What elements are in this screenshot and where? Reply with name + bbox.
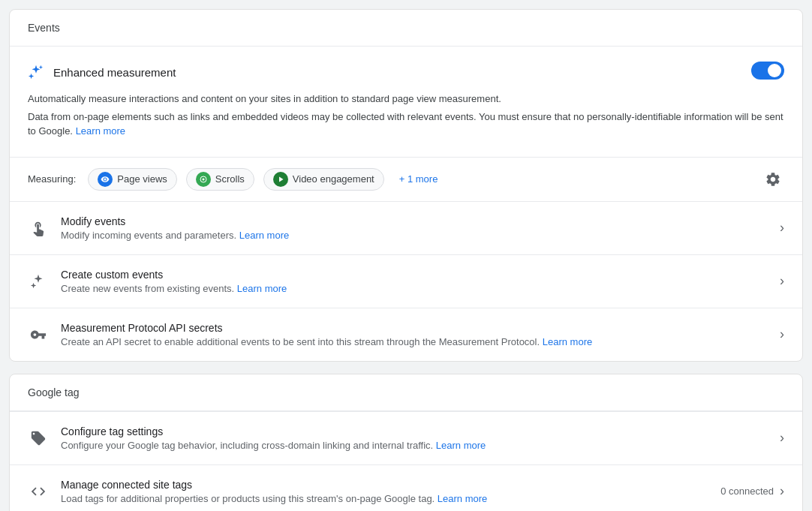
enhanced-learn-more-link[interactable]: Learn more bbox=[76, 125, 125, 137]
measurement-protocol-desc: Create an API secret to enable additiona… bbox=[61, 336, 768, 347]
sparkle-icon bbox=[28, 64, 44, 80]
modify-events-learn-more[interactable]: Learn more bbox=[239, 230, 289, 241]
measurement-protocol-right: › bbox=[780, 326, 784, 342]
custom-events-desc: Create new events from existing events. … bbox=[61, 283, 768, 294]
google-tag-header: Google tag bbox=[10, 374, 802, 411]
configure-tag-title: Configure tag settings bbox=[61, 425, 768, 437]
modify-events-content: Modify events Modify incoming events and… bbox=[61, 215, 768, 241]
scrolls-label: Scrolls bbox=[215, 173, 245, 185]
measurement-protocol-content: Measurement Protocol API secrets Create … bbox=[61, 322, 768, 347]
events-card: Events Enhanced measurement ✓ bbox=[9, 9, 803, 362]
configure-tag-content: Configure tag settings Configure your Go… bbox=[61, 425, 768, 451]
enhanced-toggle-wrapper: ✓ bbox=[751, 62, 784, 83]
configure-tag-desc: Configure your Google tag behavior, incl… bbox=[61, 440, 768, 451]
connected-tags-right: 0 connected › bbox=[720, 483, 784, 499]
measuring-settings-button[interactable] bbox=[762, 168, 784, 191]
configure-tag-learn-more[interactable]: Learn more bbox=[436, 440, 486, 451]
google-tag-card: Google tag Configure tag settings Config… bbox=[9, 374, 803, 512]
custom-events-title: Create custom events bbox=[61, 269, 768, 281]
configure-tag-right: › bbox=[780, 430, 784, 446]
connected-tags-content: Manage connected site tags Load tags for… bbox=[61, 479, 708, 504]
enhanced-description: Data from on-page elements such as links… bbox=[28, 110, 784, 139]
key-icon bbox=[28, 326, 49, 343]
measuring-row: Measuring: Page views Scroll bbox=[10, 158, 802, 201]
custom-events-content: Create custom events Create new events f… bbox=[61, 269, 768, 294]
svg-point-1 bbox=[202, 178, 204, 180]
modify-events-desc: Modify incoming events and parameters. L… bbox=[61, 230, 768, 241]
custom-events-item[interactable]: Create custom events Create new events f… bbox=[10, 254, 802, 308]
connected-tags-chevron: › bbox=[780, 483, 784, 499]
measuring-label: Measuring: bbox=[28, 173, 76, 185]
measurement-protocol-learn-more[interactable]: Learn more bbox=[543, 336, 592, 347]
scroll-icon bbox=[196, 172, 211, 187]
eye-icon bbox=[98, 172, 113, 187]
custom-events-right: › bbox=[780, 273, 784, 289]
main-container: Events Enhanced measurement ✓ bbox=[9, 9, 803, 511]
measurement-protocol-title: Measurement Protocol API secrets bbox=[61, 322, 768, 334]
modify-events-item[interactable]: Modify events Modify incoming events and… bbox=[10, 201, 802, 254]
modify-events-chevron: › bbox=[780, 220, 784, 236]
google-tag-title: Google tag bbox=[28, 386, 80, 398]
code-icon bbox=[28, 483, 49, 500]
connected-tags-desc: Load tags for additional properties or p… bbox=[61, 493, 708, 504]
enhanced-toggle[interactable]: ✓ bbox=[751, 62, 784, 80]
tag-icon bbox=[28, 430, 49, 446]
measurement-protocol-item[interactable]: Measurement Protocol API secrets Create … bbox=[10, 308, 802, 361]
modify-events-right: › bbox=[780, 220, 784, 236]
video-engagement-chip[interactable]: Video engagement bbox=[263, 168, 384, 191]
connected-tags-badge: 0 connected bbox=[720, 485, 774, 497]
configure-tag-chevron: › bbox=[780, 430, 784, 446]
scrolls-chip[interactable]: Scrolls bbox=[186, 168, 254, 191]
enhanced-title: Enhanced measurement bbox=[53, 66, 176, 79]
touch-icon bbox=[28, 220, 49, 236]
connected-tags-title: Manage connected site tags bbox=[61, 479, 708, 491]
enhanced-description-bold: Automatically measure interactions and c… bbox=[28, 92, 784, 107]
measurement-protocol-chevron: › bbox=[780, 326, 784, 342]
play-icon bbox=[273, 172, 288, 187]
page-views-chip[interactable]: Page views bbox=[88, 168, 176, 191]
connected-tags-item[interactable]: Manage connected site tags Load tags for… bbox=[10, 464, 802, 512]
more-chips-link[interactable]: + 1 more bbox=[393, 170, 444, 188]
configure-tag-item[interactable]: Configure tag settings Configure your Go… bbox=[10, 411, 802, 464]
sparkle-small-icon bbox=[28, 273, 49, 290]
events-title: Events bbox=[28, 22, 60, 34]
enhanced-header: Enhanced measurement ✓ bbox=[28, 62, 784, 83]
modify-events-title: Modify events bbox=[61, 215, 768, 227]
events-header: Events bbox=[10, 10, 802, 47]
connected-tags-learn-more[interactable]: Learn more bbox=[438, 493, 487, 504]
video-engagement-label: Video engagement bbox=[293, 173, 374, 185]
custom-events-chevron: › bbox=[780, 273, 784, 289]
page-views-label: Page views bbox=[117, 173, 167, 185]
custom-events-learn-more[interactable]: Learn more bbox=[237, 283, 287, 294]
enhanced-measurement-section: Enhanced measurement ✓ Automatically mea… bbox=[10, 47, 802, 158]
